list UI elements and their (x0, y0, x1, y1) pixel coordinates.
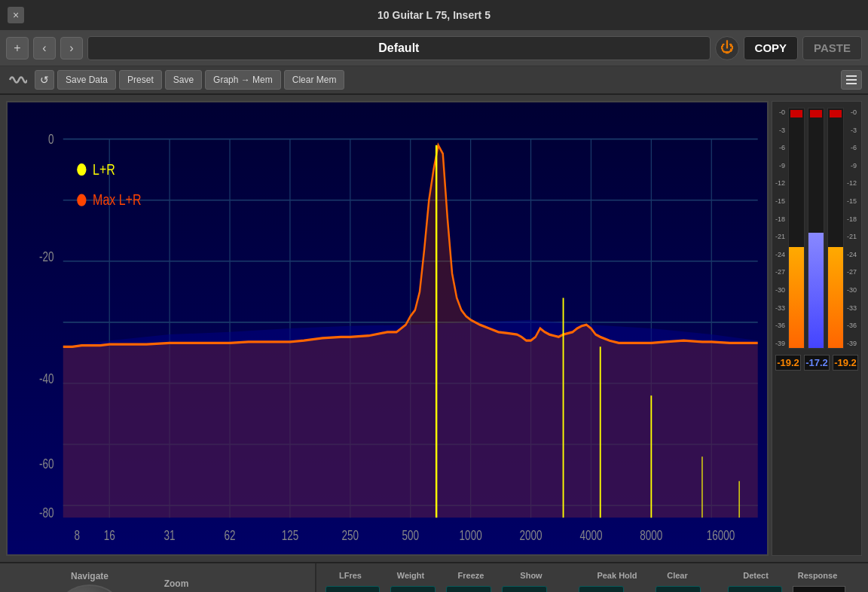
svg-text:-40: -40 (39, 371, 54, 386)
copy-button[interactable]: COPY (744, 36, 799, 60)
vu-fill-left (789, 247, 804, 348)
main-content: 0 -20 -40 -60 -80 8 16 31 62 125 250 500… (0, 95, 868, 562)
svg-text:16: 16 (104, 528, 115, 542)
clear-button[interactable] (656, 586, 701, 592)
toolbar-row1: + ‹ › Default ⏻ COPY PASTE (0, 30, 868, 66)
freeze-label: Freeze (446, 571, 496, 580)
add-button[interactable]: + (6, 37, 29, 60)
nav-zoom-section: Navigate (0, 563, 316, 592)
save-data-button[interactable]: Save Data (57, 70, 116, 90)
vu-meters-panel: -0 -3 -6 -9 -12 -15 -18 -21 -24 -27 -30 … (772, 101, 862, 556)
vu-peak-center (810, 110, 822, 117)
svg-text:31: 31 (164, 528, 176, 542)
save-button[interactable]: Save (165, 70, 202, 90)
vu-scale-right: -0 -3 -6 -9 -12 -15 -18 -21 -24 -27 -30 … (847, 108, 857, 349)
vu-bar-left (788, 108, 805, 349)
svg-text:Max L+R: Max L+R (93, 191, 141, 209)
svg-text:2000: 2000 (520, 528, 542, 542)
vu-value-left: -19.2 (775, 355, 801, 371)
vu-scale: -0 -3 -6 -9 -12 -15 -18 -21 -24 -27 -30 … (775, 108, 785, 349)
title-bar: × 10 Guitar L 75, Insert 5 (0, 0, 868, 30)
peak-hold-button[interactable] (579, 586, 624, 592)
svg-text:-20: -20 (39, 249, 54, 264)
window-title: 10 Guitar L 75, Insert 5 (377, 9, 491, 21)
svg-text:1000: 1000 (460, 528, 482, 542)
svg-text:4000: 4000 (579, 528, 602, 542)
vu-bar-center (808, 108, 824, 349)
svg-text:L+R: L+R (93, 160, 115, 179)
svg-point-44 (77, 163, 86, 175)
detect-label: Detect (731, 571, 781, 580)
vu-fill-center (808, 233, 824, 348)
waves-logo (6, 69, 29, 91)
svg-text:8000: 8000 (640, 528, 662, 542)
vu-value-center: -17.2 (804, 355, 830, 371)
graph-mem-button[interactable]: Graph → Mem (205, 70, 281, 90)
svg-text:0: 0 (48, 132, 54, 146)
vu-bar-right (827, 108, 844, 349)
navigate-label: Navigate (71, 571, 108, 581)
vu-fill-right (828, 247, 843, 348)
svg-text:-80: -80 (39, 506, 54, 520)
weight-label: Weight (386, 571, 436, 580)
svg-text:62: 62 (225, 528, 236, 542)
vu-value-right: -19.2 (833, 355, 858, 371)
detect-button[interactable]: PEAK (728, 586, 782, 592)
navigate-knob[interactable] (52, 584, 127, 592)
close-button[interactable]: × (8, 7, 24, 23)
preset-button[interactable]: Preset (119, 70, 162, 90)
lfres-button[interactable]: 40HZ (326, 586, 380, 592)
next-button[interactable]: › (60, 37, 83, 60)
svg-text:8: 8 (74, 528, 80, 542)
svg-text:125: 125 (282, 528, 299, 542)
zoom-label: Zoom (164, 578, 189, 589)
preset-name: Default (87, 36, 711, 60)
show-button[interactable]: L+R (502, 586, 547, 592)
vu-peak-left (790, 110, 802, 117)
menu-button[interactable] (841, 70, 862, 90)
clear-mem-button[interactable]: Clear Mem (284, 70, 345, 90)
svg-text:250: 250 (342, 528, 359, 542)
toolbar-row2: ↺ Save Data Preset Save Graph → Mem Clea… (0, 66, 868, 95)
undo-button[interactable]: ↺ (35, 70, 54, 90)
response-label: Response (791, 571, 844, 580)
svg-text:500: 500 (402, 528, 419, 542)
spectrum-analyzer: 0 -20 -40 -60 -80 8 16 31 62 125 250 500… (6, 101, 769, 556)
svg-text:-60: -60 (39, 457, 54, 471)
svg-text:16000: 16000 (707, 528, 735, 542)
clear-label: Clear (653, 571, 702, 580)
show-label: Show (506, 571, 556, 580)
response-input[interactable]: 160 (793, 586, 845, 592)
svg-point-46 (77, 194, 86, 206)
prev-button[interactable]: ‹ (33, 37, 56, 60)
peak-hold-label: Peak Hold (592, 571, 642, 580)
lfres-label: LFres (326, 571, 375, 580)
controls-section: LFres Weight Freeze Show Peak Hold Clear… (316, 563, 868, 592)
power-button[interactable]: ⏻ (715, 36, 739, 60)
freeze-button[interactable] (446, 586, 491, 592)
paste-button[interactable]: PASTE (802, 36, 862, 60)
bottom-controls: Navigate (0, 562, 868, 592)
weight-button[interactable] (390, 586, 436, 592)
vu-peak-right (830, 110, 842, 117)
